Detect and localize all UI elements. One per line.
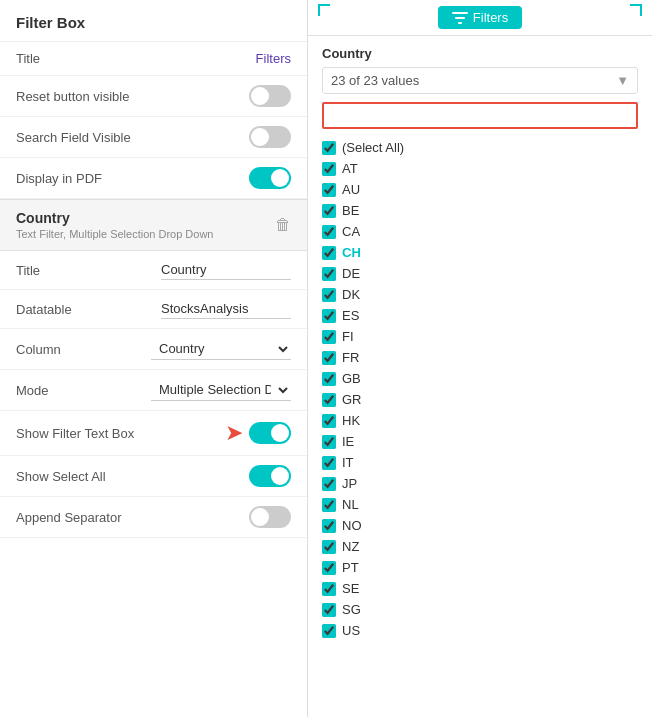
reset-button-toggle[interactable] xyxy=(249,85,291,107)
country-item-label: JP xyxy=(342,476,357,491)
left-panel: Filter Box Title Filters Reset button vi… xyxy=(0,0,308,717)
filter-box-header: Filter Box xyxy=(0,0,307,42)
country-checkbox[interactable] xyxy=(322,309,336,323)
dropdown-caret-icon: ▼ xyxy=(616,73,629,88)
country-item-label: DK xyxy=(342,287,360,302)
country-item-label: AU xyxy=(342,182,360,197)
country-item-label: PT xyxy=(342,560,359,575)
list-item: CH xyxy=(322,242,638,263)
country-checkbox[interactable] xyxy=(322,414,336,428)
country-filter-label: Country xyxy=(322,46,638,61)
datatable-input[interactable] xyxy=(161,299,291,319)
country-checkbox[interactable] xyxy=(322,624,336,638)
list-item: US xyxy=(322,620,638,641)
mode-select[interactable]: Multiple Selection Drop xyxy=(151,379,291,401)
append-separator-toggle[interactable] xyxy=(249,506,291,528)
show-select-all-label: Show Select All xyxy=(16,469,249,484)
country-section-info: Country Text Filter, Multiple Selection … xyxy=(16,210,213,240)
list-item: IE xyxy=(322,431,638,452)
delete-country-icon[interactable]: 🗑 xyxy=(275,216,291,234)
show-select-all-toggle[interactable] xyxy=(249,465,291,487)
filters-button[interactable]: Filters xyxy=(438,6,522,29)
search-field-row: Search Field Visible xyxy=(0,117,307,158)
list-item: DE xyxy=(322,263,638,284)
country-checkbox[interactable] xyxy=(322,225,336,239)
list-item: BE xyxy=(322,200,638,221)
list-item: IT xyxy=(322,452,638,473)
values-count: 23 of 23 values xyxy=(331,73,419,88)
filter-icon xyxy=(452,11,468,25)
country-checkbox[interactable] xyxy=(322,603,336,617)
country-item-label: FR xyxy=(342,350,359,365)
country-title-row: Title xyxy=(0,251,307,290)
display-pdf-toggle[interactable] xyxy=(249,167,291,189)
country-checkbox[interactable] xyxy=(322,372,336,386)
country-checkbox[interactable] xyxy=(322,204,336,218)
list-item: DK xyxy=(322,284,638,305)
filters-button-label: Filters xyxy=(473,10,508,25)
list-item: FR xyxy=(322,347,638,368)
display-pdf-row: Display in PDF xyxy=(0,158,307,199)
reset-button-label: Reset button visible xyxy=(16,89,249,104)
right-header: Filters xyxy=(308,0,652,36)
country-checkbox[interactable] xyxy=(322,582,336,596)
country-item-label: DE xyxy=(342,266,360,281)
svg-rect-2 xyxy=(458,22,462,24)
country-item-label: HK xyxy=(342,413,360,428)
country-item-label: IT xyxy=(342,455,354,470)
svg-rect-0 xyxy=(452,12,468,14)
list-item: NZ xyxy=(322,536,638,557)
country-checkbox[interactable] xyxy=(322,267,336,281)
country-checkbox[interactable] xyxy=(322,519,336,533)
column-label: Column xyxy=(16,342,151,357)
country-checkbox[interactable] xyxy=(322,351,336,365)
country-item-label: IE xyxy=(342,434,354,449)
country-item-label: SE xyxy=(342,581,359,596)
mode-label: Mode xyxy=(16,383,151,398)
search-input[interactable] xyxy=(322,102,638,129)
country-title-label: Title xyxy=(16,263,161,278)
country-checkbox[interactable] xyxy=(322,162,336,176)
country-checkbox[interactable] xyxy=(322,141,336,155)
country-item-label: FI xyxy=(342,329,354,344)
country-item-label: NL xyxy=(342,497,359,512)
list-item: PT xyxy=(322,557,638,578)
list-item: AT xyxy=(322,158,638,179)
list-item: AU xyxy=(322,179,638,200)
country-item-label: GB xyxy=(342,371,361,386)
country-checkbox[interactable] xyxy=(322,477,336,491)
show-filter-text-box-label: Show Filter Text Box xyxy=(16,426,225,441)
country-checkbox[interactable] xyxy=(322,561,336,575)
country-item-label: AT xyxy=(342,161,358,176)
country-checkbox-list: (Select All)ATAUBECACHDEDKESFIFRGBGRHKIE… xyxy=(322,137,638,641)
list-item: ES xyxy=(322,305,638,326)
country-item-label: (Select All) xyxy=(342,140,404,155)
title-row: Title Filters xyxy=(0,42,307,76)
list-item: GR xyxy=(322,389,638,410)
show-filter-text-box-toggle[interactable] xyxy=(249,422,291,444)
country-checkbox[interactable] xyxy=(322,540,336,554)
datatable-label: Datatable xyxy=(16,302,161,317)
country-item-label: NO xyxy=(342,518,362,533)
country-checkbox[interactable] xyxy=(322,246,336,260)
mode-row: Mode Multiple Selection Drop xyxy=(0,370,307,411)
country-checkbox[interactable] xyxy=(322,330,336,344)
country-checkbox[interactable] xyxy=(322,435,336,449)
country-item-label: CH xyxy=(342,245,361,260)
country-item-label: CA xyxy=(342,224,360,239)
search-field-toggle[interactable] xyxy=(249,126,291,148)
country-checkbox[interactable] xyxy=(322,288,336,302)
reset-button-row: Reset button visible xyxy=(0,76,307,117)
arrow-indicator: ➤ xyxy=(225,420,243,446)
country-checkbox[interactable] xyxy=(322,393,336,407)
list-item: FI xyxy=(322,326,638,347)
country-title-input[interactable] xyxy=(161,260,291,280)
values-dropdown[interactable]: 23 of 23 values ▼ xyxy=(322,67,638,94)
country-section-subtitle: Text Filter, Multiple Selection Drop Dow… xyxy=(16,228,213,240)
column-select[interactable]: Country xyxy=(151,338,291,360)
right-panel: Filters Country 23 of 23 values ▼ (Selec… xyxy=(308,0,652,717)
list-item: SG xyxy=(322,599,638,620)
country-checkbox[interactable] xyxy=(322,183,336,197)
country-checkbox[interactable] xyxy=(322,498,336,512)
country-checkbox[interactable] xyxy=(322,456,336,470)
